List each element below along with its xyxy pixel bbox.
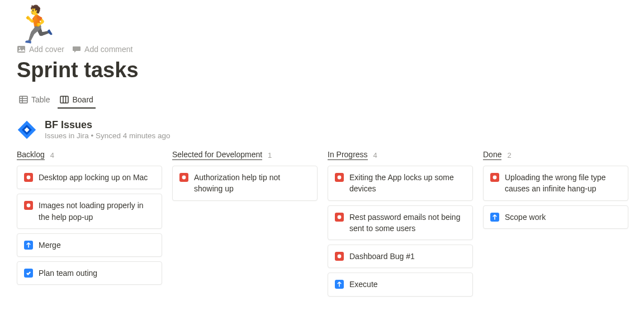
- board-card[interactable]: Images not loading properly in the help …: [17, 194, 162, 229]
- svg-point-1: [19, 48, 20, 49]
- column-header[interactable]: Done2: [483, 150, 628, 160]
- board-card[interactable]: Rest password emails not being sent to s…: [328, 205, 473, 241]
- tab-table[interactable]: Table: [17, 92, 52, 109]
- task-arrow-icon: [335, 280, 344, 289]
- card-title: Scope work: [505, 212, 546, 223]
- svg-point-17: [338, 255, 342, 259]
- card-title: Exiting the App locks up some devices: [349, 172, 466, 195]
- page-emoji[interactable]: 🏃: [15, 7, 627, 43]
- svg-point-12: [27, 176, 31, 180]
- database-title[interactable]: BF Issues: [45, 119, 171, 131]
- board-column: In Progress4Exiting the App locks up som…: [328, 150, 473, 301]
- bug-icon: [335, 213, 344, 222]
- board-card[interactable]: Authorization help tip not showing up: [172, 166, 318, 201]
- card-title: Rest password emails not being sent to s…: [349, 212, 466, 234]
- board: Backlog4Desktop app locking up on MacIma…: [17, 150, 627, 301]
- comment-icon: [72, 45, 81, 54]
- add-cover-button[interactable]: Add cover: [17, 45, 64, 54]
- board-card[interactable]: Scope work: [483, 205, 628, 229]
- card-title: Plan team outing: [39, 267, 97, 279]
- jira-icon: [17, 120, 37, 140]
- bug-icon: [490, 173, 499, 182]
- svg-rect-0: [17, 46, 25, 53]
- card-title: Desktop app locking up on Mac: [39, 172, 148, 183]
- bug-icon: [24, 173, 33, 182]
- board-card[interactable]: Exiting the App locks up some devices: [328, 166, 473, 201]
- page-title: Sprint tasks: [17, 58, 627, 82]
- svg-point-16: [338, 215, 342, 219]
- table-icon: [19, 95, 28, 104]
- bug-icon: [335, 252, 344, 261]
- svg-point-18: [493, 176, 497, 180]
- column-count: 4: [373, 151, 377, 159]
- task-check-icon: [24, 269, 33, 278]
- board-column: Done2Uploading the wrong file type cause…: [483, 150, 628, 233]
- card-title: Merge: [39, 240, 61, 251]
- bug-icon: [24, 201, 33, 210]
- svg-point-14: [182, 176, 186, 180]
- tab-board[interactable]: Board: [58, 92, 95, 109]
- board-card[interactable]: Execute: [328, 273, 473, 296]
- column-name: Selected for Development: [172, 150, 262, 160]
- card-title: Execute: [349, 279, 378, 290]
- svg-rect-6: [60, 96, 68, 103]
- column-name: In Progress: [328, 150, 368, 160]
- board-card[interactable]: Uploading the wrong file type causes an …: [483, 166, 628, 201]
- bug-icon: [335, 173, 344, 182]
- board-icon: [60, 95, 69, 104]
- board-column: Backlog4Desktop app locking up on MacIma…: [17, 150, 162, 289]
- tab-board-label: Board: [72, 95, 93, 104]
- column-name: Done: [483, 150, 501, 160]
- bug-icon: [179, 173, 188, 182]
- column-header[interactable]: Selected for Development1: [172, 150, 318, 160]
- task-arrow-icon: [490, 213, 499, 222]
- board-card[interactable]: Merge: [17, 233, 162, 257]
- database-subtitle: Issues in Jira • Synced 4 minutes ago: [45, 132, 171, 140]
- add-cover-label: Add cover: [29, 45, 64, 54]
- board-card[interactable]: Desktop app locking up on Mac: [17, 166, 162, 189]
- database-header: BF Issues Issues in Jira • Synced 4 minu…: [17, 119, 627, 140]
- column-name: Backlog: [17, 150, 45, 160]
- board-card[interactable]: Plan team outing: [17, 261, 162, 285]
- column-count: 4: [50, 151, 54, 159]
- add-comment-label: Add comment: [84, 45, 132, 54]
- column-count: 1: [268, 151, 272, 159]
- page-actions: Add cover Add comment: [17, 45, 627, 54]
- board-column: Selected for Development1Authorization h…: [172, 150, 318, 205]
- board-card[interactable]: Dashboard Bug #1: [328, 245, 473, 268]
- svg-point-15: [338, 176, 342, 180]
- image-icon: [17, 45, 26, 54]
- column-header[interactable]: Backlog4: [17, 150, 162, 160]
- card-title: Images not loading properly in the help …: [39, 200, 155, 223]
- view-tabs: Table Board: [17, 92, 627, 109]
- task-arrow-icon: [24, 241, 33, 250]
- svg-rect-2: [20, 96, 27, 103]
- svg-point-13: [27, 204, 31, 208]
- card-title: Dashboard Bug #1: [349, 251, 415, 262]
- add-comment-button[interactable]: Add comment: [72, 45, 132, 54]
- tab-table-label: Table: [31, 95, 50, 104]
- column-count: 2: [507, 151, 511, 159]
- column-header[interactable]: In Progress4: [328, 150, 473, 160]
- card-title: Authorization help tip not showing up: [194, 172, 310, 195]
- card-title: Uploading the wrong file type causes an …: [505, 172, 621, 195]
